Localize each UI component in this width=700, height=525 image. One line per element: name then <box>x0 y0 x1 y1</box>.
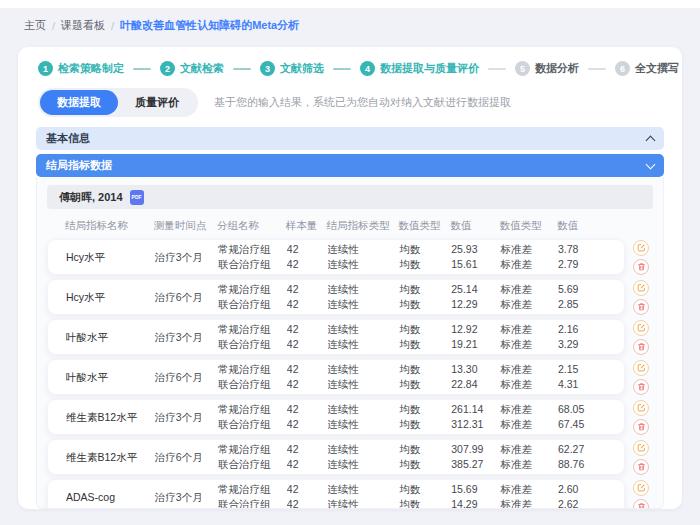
cell-line: 连续性 <box>328 337 396 352</box>
step-2[interactable]: 2 文献检索 <box>160 61 224 76</box>
breadcrumb-home[interactable]: 主页 <box>24 18 46 33</box>
step-6[interactable]: 6 全文撰写 <box>615 61 679 76</box>
edit-icon <box>637 483 646 492</box>
steps-bar: 1 检索策略制定 2 文献检索 3 文献筛选 4 数据提取与质量评价 5 数据分… <box>18 47 682 86</box>
cell-line: 42 <box>287 377 324 392</box>
cell-value-type-1: 均数均数 <box>399 362 447 392</box>
cell-line: 常规治疗组 <box>218 242 283 257</box>
row-actions <box>633 320 653 355</box>
cell-line: 15.61 <box>451 257 496 272</box>
cell-line: 连续性 <box>328 282 396 297</box>
edit-row-button[interactable] <box>633 360 649 376</box>
cell-line: 均数 <box>399 442 447 457</box>
cell-line: 14.29 <box>451 497 496 509</box>
step-3[interactable]: 3 文献筛选 <box>260 61 324 76</box>
cell-line: 标准差 <box>500 362 554 377</box>
cell-line: 2.85 <box>558 297 606 312</box>
edit-row-button[interactable] <box>633 400 649 416</box>
cell-line: 连续性 <box>328 497 396 509</box>
delete-row-button[interactable] <box>633 459 649 475</box>
delete-row-button[interactable] <box>633 299 649 315</box>
cell-group-name: 常规治疗组联合治疗组 <box>218 402 283 432</box>
delete-row-button[interactable] <box>633 259 649 275</box>
cell-line: 均数 <box>399 497 447 509</box>
step-number-badge: 3 <box>260 61 275 76</box>
row-card: Hcy水平 治疗6个月 常规治疗组联合治疗组 4242 连续性连续性 均数均数 … <box>47 279 625 315</box>
cell-value-type-2: 标准差标准差 <box>500 362 554 392</box>
edit-row-button[interactable] <box>633 480 649 496</box>
cell-sample-size: 4242 <box>287 442 324 472</box>
cell-line: 联合治疗组 <box>218 417 283 432</box>
tab-group: 数据提取 质量评价 <box>38 88 198 117</box>
edit-row-button[interactable] <box>633 280 649 296</box>
trash-icon <box>637 382 646 391</box>
delete-row-button[interactable] <box>633 419 649 435</box>
cell-value-2: 5.692.85 <box>558 282 606 312</box>
cell-line: 88.76 <box>558 457 606 472</box>
delete-row-button[interactable] <box>633 339 649 355</box>
cell-value-1: 307.99385.27 <box>451 442 496 472</box>
cell-value-type-1: 均数均数 <box>399 442 447 472</box>
breadcrumb-current[interactable]: 叶酸改善血管性认知障碍的Meta分析 <box>120 18 299 33</box>
cell-outcome-name: Hcy水平 <box>66 250 151 264</box>
cell-line: 42 <box>287 282 324 297</box>
tab-quality-evaluation[interactable]: 质量评价 <box>118 90 196 115</box>
cell-outcome-name: 叶酸水平 <box>66 330 151 344</box>
cell-outcome-type: 连续性连续性 <box>328 242 396 272</box>
cell-line: 3.78 <box>558 242 606 257</box>
cell-outcome-type: 连续性连续性 <box>328 402 396 432</box>
cell-sample-size: 4242 <box>287 322 324 352</box>
section-basic-info[interactable]: 基本信息 <box>36 127 664 150</box>
cell-line: 连续性 <box>328 242 396 257</box>
study-name: 傅朝晖, 2014 <box>59 190 123 205</box>
table-row: 维生素B12水平 治疗6个月 常规治疗组联合治疗组 4242 连续性连续性 均数… <box>47 439 653 475</box>
cell-sample-size: 4242 <box>287 362 324 392</box>
cell-line: 联合治疗组 <box>218 337 283 352</box>
breadcrumb-board[interactable]: 课题看板 <box>61 18 105 33</box>
cell-line: 5.69 <box>558 282 606 297</box>
cell-timepoint: 治疗3个月 <box>155 490 214 504</box>
row-card: 叶酸水平 治疗6个月 常规治疗组联合治疗组 4242 连续性连续性 均数均数 1… <box>47 359 625 395</box>
column-header: 分组名称 <box>217 219 282 233</box>
edit-icon <box>637 283 646 292</box>
row-actions <box>633 280 653 315</box>
cell-timepoint: 治疗6个月 <box>155 290 214 304</box>
step-5[interactable]: 5 数据分析 <box>515 61 579 76</box>
cell-value-1: 25.9315.61 <box>451 242 496 272</box>
cell-line: 常规治疗组 <box>218 442 283 457</box>
delete-row-button[interactable] <box>633 499 649 510</box>
cell-sample-size: 4242 <box>287 402 324 432</box>
step-1[interactable]: 1 检索策略制定 <box>38 61 124 76</box>
tab-data-extraction[interactable]: 数据提取 <box>40 90 118 115</box>
pdf-icon[interactable]: PDF <box>130 190 144 205</box>
section-outcome-data[interactable]: 结局指标数据 <box>36 154 664 177</box>
edit-icon <box>637 443 646 452</box>
row-card: Hcy水平 治疗3个月 常规治疗组联合治疗组 4242 连续性连续性 均数均数 … <box>47 239 625 275</box>
row-card: ADAS-cog 治疗3个月 常规治疗组联合治疗组 4242 连续性连续性 均数… <box>47 479 625 509</box>
delete-row-button[interactable] <box>633 379 649 395</box>
cell-line: 标准差 <box>500 297 554 312</box>
step-4[interactable]: 4 数据提取与质量评价 <box>360 61 479 76</box>
cell-outcome-name: 维生素B12水平 <box>66 450 151 464</box>
step-connector <box>588 68 606 70</box>
cell-outcome-type: 连续性连续性 <box>328 362 396 392</box>
row-actions <box>633 440 653 475</box>
cell-line: 标准差 <box>500 242 554 257</box>
cell-line: 42 <box>287 337 324 352</box>
cell-line: 均数 <box>399 242 447 257</box>
cell-line: 标准差 <box>500 322 554 337</box>
step-label: 检索策略制定 <box>58 61 124 76</box>
cell-value-1: 25.1412.29 <box>451 282 496 312</box>
cell-outcome-type: 连续性连续性 <box>328 282 396 312</box>
edit-row-button[interactable] <box>633 320 649 336</box>
trash-icon <box>637 462 646 471</box>
cell-value-type-1: 均数均数 <box>399 482 447 509</box>
edit-row-button[interactable] <box>633 240 649 256</box>
cell-line: 2.62 <box>558 497 606 509</box>
cell-value-type-2: 标准差标准差 <box>500 282 554 312</box>
column-header: 结局指标名称 <box>65 219 150 233</box>
cell-timepoint: 治疗6个月 <box>155 450 214 464</box>
edit-row-button[interactable] <box>633 440 649 456</box>
cell-line: 标准差 <box>500 482 554 497</box>
cell-line: 2.16 <box>558 322 606 337</box>
